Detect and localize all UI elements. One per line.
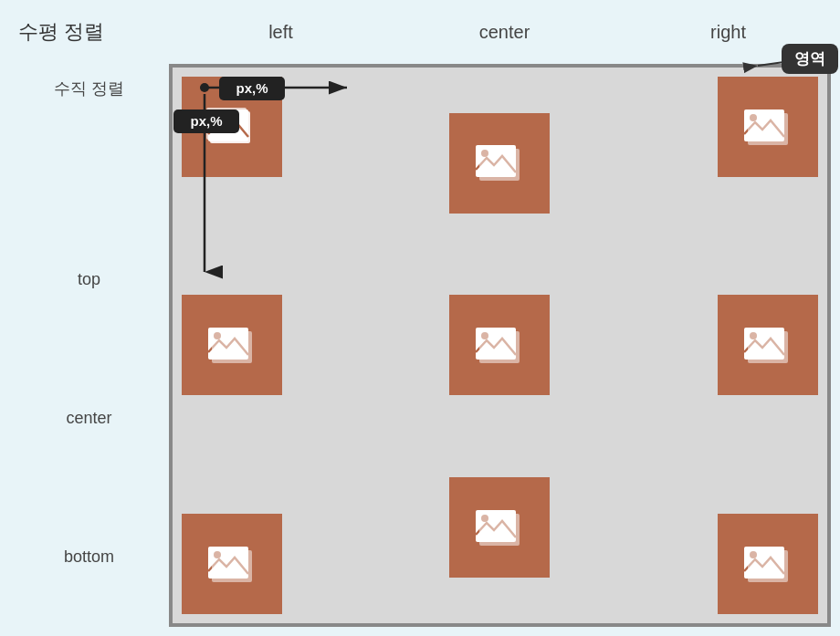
grid-cell-2-0 [182,441,388,614]
col-left-label: left [169,22,393,43]
image-icon [472,320,527,370]
area-label-bubble: 영역 [782,44,838,74]
svg-rect-29 [748,550,788,582]
image-icon [740,539,795,589]
grid-cell-1-0 [182,259,388,433]
image-icon [740,102,795,152]
row-top-label: top [9,210,169,349]
image-block-0-0 [182,77,282,177]
image-block-2-0 [182,514,282,614]
row-center-label: center [9,349,169,487]
svg-rect-26 [479,514,520,546]
header-columns: left center right [169,22,840,43]
image-block-1-1 [449,295,550,395]
grid-cell-0-0 [182,77,388,250]
horizontal-label: 수평 정렬 [9,18,169,46]
image-icon [472,503,527,553]
grid-border [169,64,831,627]
image-icon [205,539,259,589]
grid-cell-0-1 [397,77,604,250]
page-container: 수평 정렬 left center right 수직 정렬 top center… [0,0,840,636]
col-center-label: center [393,22,616,43]
vertical-label: 수직 정렬 [9,73,169,210]
grid-cell-2-2 [612,441,818,614]
image-block-0-1 [449,113,550,214]
svg-rect-8 [479,149,520,181]
header-row: 수평 정렬 left center right [0,0,840,64]
grid-cell-1-1 [397,259,604,433]
image-icon [472,138,527,188]
image-block-0-2 [718,77,818,177]
grid-container: 영역 [169,64,831,627]
svg-rect-11 [748,113,788,145]
main-area: 수직 정렬 top center bottom 영역 [0,64,840,636]
row-bottom-label: bottom [9,488,169,627]
grid-cell-0-2 [612,77,818,250]
row-labels: 수직 정렬 top center bottom [9,64,169,627]
image-block-1-0 [182,295,282,395]
svg-rect-23 [212,550,252,582]
image-icon [205,102,259,152]
svg-point-5 [214,114,221,121]
image-icon [205,320,259,370]
image-block-2-2 [718,514,818,614]
svg-rect-20 [748,331,788,363]
grid-cell-2-1 [397,441,604,614]
image-block-2-1 [449,477,550,578]
svg-rect-17 [479,331,520,363]
svg-rect-14 [212,331,252,363]
col-right-label: right [616,22,840,43]
svg-rect-4 [208,109,248,141]
image-icon [740,320,795,370]
image-block-1-2 [718,295,818,395]
grid-cell-1-2 [612,259,818,433]
